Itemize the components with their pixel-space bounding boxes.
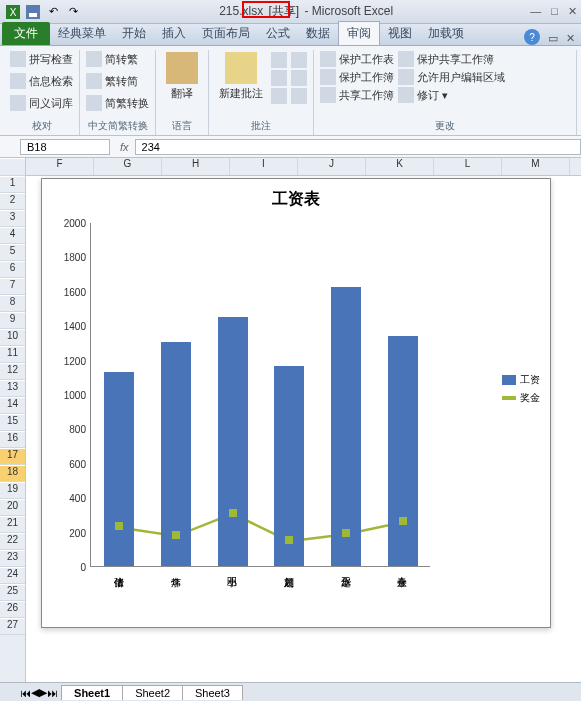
row-header[interactable]: 20	[0, 499, 25, 516]
row-header[interactable]: 15	[0, 414, 25, 431]
tab-addins[interactable]: 加载项	[420, 22, 472, 45]
redo-icon[interactable]: ↷	[64, 3, 82, 21]
shared-highlight	[242, 1, 290, 18]
col-header[interactable]: L	[434, 158, 502, 175]
allow-edit-button[interactable]: 允许用户编辑区域	[398, 68, 505, 86]
protect-book-button[interactable]: 保护工作簿	[320, 68, 394, 86]
track-button[interactable]: 修订 ▾	[398, 86, 505, 104]
row-header[interactable]: 12	[0, 363, 25, 380]
save-icon[interactable]	[24, 3, 42, 21]
y-tick: 2000	[64, 218, 86, 229]
name-box[interactable]: B18	[20, 139, 110, 155]
show-all-icon[interactable]	[291, 70, 307, 86]
doc-close-icon[interactable]: ✕	[566, 32, 575, 45]
row-header[interactable]: 19	[0, 482, 25, 499]
tab-home[interactable]: 开始	[114, 22, 154, 45]
tab-insert[interactable]: 插入	[154, 22, 194, 45]
protect-share-button[interactable]: 保护共享工作簿	[398, 50, 505, 68]
row-headers: 1234567891011121314151617181920212223242…	[0, 158, 26, 682]
maximize-button[interactable]: □	[551, 5, 558, 18]
translate-button[interactable]: 翻译	[162, 50, 202, 117]
row-header[interactable]: 11	[0, 346, 25, 363]
tab-nav-last[interactable]: ⏭	[47, 687, 58, 699]
s2t-button[interactable]: 简转繁	[86, 50, 149, 68]
row-header[interactable]: 10	[0, 329, 25, 346]
fx-icon[interactable]: fx	[114, 141, 135, 153]
close-button[interactable]: ✕	[568, 5, 577, 18]
row-header[interactable]: 5	[0, 244, 25, 261]
row-header[interactable]: 14	[0, 397, 25, 414]
tab-view[interactable]: 视图	[380, 22, 420, 45]
spell-check-button[interactable]: 拼写检查	[10, 50, 73, 68]
sheet-tab[interactable]: Sheet2	[122, 685, 183, 700]
line-point	[229, 509, 237, 517]
group-language: 翻译 语言	[156, 50, 209, 135]
tab-file[interactable]: 文件	[2, 22, 50, 45]
allow-icon	[398, 69, 414, 85]
row-header[interactable]: 23	[0, 550, 25, 567]
row-header[interactable]: 7	[0, 278, 25, 295]
ribbon-tabs: 文件 经典菜单 开始 插入 页面布局 公式 数据 审阅 视图 加载项 ? ▭ ✕	[0, 24, 581, 46]
undo-icon[interactable]: ↶	[44, 3, 62, 21]
row-header[interactable]: 18	[0, 465, 25, 482]
y-tick: 800	[69, 424, 86, 435]
tab-nav-next[interactable]: ▶	[39, 686, 47, 699]
protect-sheet-button[interactable]: 保护工作表	[320, 50, 394, 68]
tab-data[interactable]: 数据	[298, 22, 338, 45]
row-header[interactable]: 24	[0, 567, 25, 584]
row-header[interactable]: 17	[0, 448, 25, 465]
row-header[interactable]: 2	[0, 193, 25, 210]
ribbon-minimize-icon[interactable]: ▭	[548, 32, 558, 45]
tab-classic[interactable]: 经典菜单	[50, 22, 114, 45]
line-point	[172, 531, 180, 539]
formula-input[interactable]: 234	[135, 139, 581, 155]
worksheet: 1234567891011121314151617181920212223242…	[0, 158, 581, 682]
delete-comment-icon[interactable]	[271, 52, 287, 68]
line-point	[342, 529, 350, 537]
thesaurus-button[interactable]: 同义词库	[10, 94, 73, 112]
next-comment-icon[interactable]	[271, 88, 287, 104]
row-header[interactable]: 6	[0, 261, 25, 278]
row-header[interactable]: 27	[0, 618, 25, 635]
row-header[interactable]: 8	[0, 295, 25, 312]
tab-nav-first[interactable]: ⏮	[20, 687, 31, 699]
chart-object[interactable]: 工资表 020040060080010001200140016001800200…	[41, 178, 551, 628]
col-header[interactable]: J	[298, 158, 366, 175]
row-header[interactable]: 16	[0, 431, 25, 448]
row-header[interactable]: 22	[0, 533, 25, 550]
sheet-tab[interactable]: Sheet1	[61, 685, 123, 700]
row-header[interactable]: 1	[0, 176, 25, 193]
row-header[interactable]: 3	[0, 210, 25, 227]
cells[interactable]: 工资表 020040060080010001200140016001800200…	[26, 176, 581, 682]
prev-comment-icon[interactable]	[271, 70, 287, 86]
col-header[interactable]: K	[366, 158, 434, 175]
col-header[interactable]: G	[94, 158, 162, 175]
help-icon[interactable]: ?	[524, 29, 540, 45]
col-header[interactable]: M	[502, 158, 570, 175]
col-header[interactable]: I	[230, 158, 298, 175]
tab-layout[interactable]: 页面布局	[194, 22, 258, 45]
grid: FGHIJKLM 工资表 020040060080010001200140016…	[26, 158, 581, 682]
row-header[interactable]: 21	[0, 516, 25, 533]
show-comment-icon[interactable]	[291, 52, 307, 68]
tab-review[interactable]: 审阅	[338, 21, 380, 45]
row-header[interactable]: 25	[0, 584, 25, 601]
col-header[interactable]: H	[162, 158, 230, 175]
tab-nav-prev[interactable]: ◀	[31, 686, 39, 699]
row-header[interactable]: 13	[0, 380, 25, 397]
row-header[interactable]: 26	[0, 601, 25, 618]
research-button[interactable]: 信息检索	[10, 72, 73, 90]
sheet-tab[interactable]: Sheet3	[182, 685, 243, 700]
select-all-corner[interactable]	[0, 158, 25, 176]
plot-area	[90, 223, 430, 567]
share-book-button[interactable]: 共享工作簿	[320, 86, 394, 104]
conv-button[interactable]: 简繁转换	[86, 94, 149, 112]
row-header[interactable]: 4	[0, 227, 25, 244]
tab-formula[interactable]: 公式	[258, 22, 298, 45]
minimize-button[interactable]: —	[530, 5, 541, 18]
show-ink-icon[interactable]	[291, 88, 307, 104]
row-header[interactable]: 9	[0, 312, 25, 329]
col-header[interactable]: F	[26, 158, 94, 175]
t2s-button[interactable]: 繁转简	[86, 72, 149, 90]
new-comment-button[interactable]: 新建批注	[215, 50, 267, 117]
